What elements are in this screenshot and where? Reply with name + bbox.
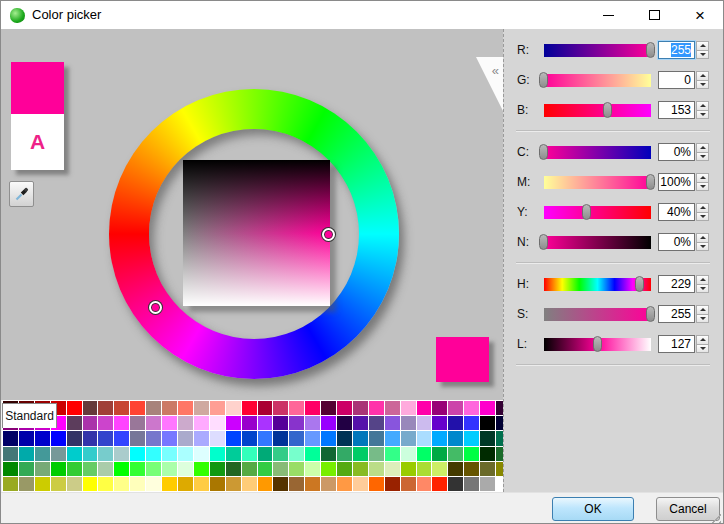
palette-swatch[interactable] <box>448 401 463 415</box>
palette-swatch[interactable] <box>83 431 98 445</box>
titlebar[interactable]: Color picker × <box>1 1 723 30</box>
collapse-panel-button[interactable]: « <box>476 57 504 113</box>
palette-swatch[interactable] <box>432 462 447 476</box>
palette-swatch[interactable] <box>289 477 304 491</box>
palette-swatch[interactable] <box>369 462 384 476</box>
palette-swatch[interactable] <box>417 416 432 430</box>
palette-swatch[interactable] <box>242 477 257 491</box>
hue-marker[interactable] <box>149 301 162 314</box>
palette-swatch[interactable] <box>417 401 432 415</box>
palette-swatch[interactable] <box>162 416 177 430</box>
palette-swatch[interactable] <box>385 431 400 445</box>
palette-swatch[interactable] <box>432 477 447 491</box>
magenta-spin-up-button[interactable] <box>696 173 709 183</box>
palette-swatch[interactable] <box>178 401 193 415</box>
palette-swatch[interactable] <box>480 477 495 491</box>
palette-swatch[interactable] <box>480 462 495 476</box>
palette-swatch[interactable] <box>67 447 82 461</box>
palette-swatch[interactable] <box>258 401 273 415</box>
palette-swatch[interactable] <box>432 401 447 415</box>
palette-swatch[interactable] <box>432 447 447 461</box>
palette-swatch[interactable] <box>194 477 209 491</box>
lightness-value-input[interactable]: 127 <box>658 335 695 353</box>
palette-swatch[interactable] <box>258 447 273 461</box>
palette-swatch[interactable] <box>273 401 288 415</box>
palette-swatch[interactable] <box>67 462 82 476</box>
palette-swatch[interactable] <box>321 401 336 415</box>
palette-swatch[interactable] <box>321 462 336 476</box>
palette-swatch[interactable] <box>83 447 98 461</box>
palette-swatch[interactable] <box>273 462 288 476</box>
saturation-slider-track[interactable] <box>544 308 651 321</box>
palette-swatch[interactable] <box>385 416 400 430</box>
black-value-input[interactable]: 0% <box>658 233 695 251</box>
palette-swatch[interactable] <box>162 477 177 491</box>
eyedropper-button[interactable] <box>9 181 34 207</box>
palette-swatch[interactable] <box>3 431 18 445</box>
lightness-slider-thumb[interactable] <box>593 336 602 352</box>
yellow-spin-down-button[interactable] <box>696 213 709 222</box>
palette-swatch[interactable] <box>353 447 368 461</box>
palette-swatch[interactable] <box>242 447 257 461</box>
saturation-value-input[interactable]: 255 <box>658 305 695 323</box>
yellow-slider-track[interactable] <box>544 206 651 219</box>
palette-swatch[interactable] <box>146 462 161 476</box>
magenta-slider-track[interactable] <box>544 176 651 189</box>
palette-swatch[interactable] <box>385 477 400 491</box>
lightness-spin-down-button[interactable] <box>696 345 709 354</box>
palette-swatch[interactable] <box>83 477 98 491</box>
palette-swatch[interactable] <box>98 477 113 491</box>
palette-swatch[interactable] <box>258 477 273 491</box>
palette-swatch[interactable] <box>83 462 98 476</box>
palette-swatch[interactable] <box>98 416 113 430</box>
palette-swatch[interactable] <box>114 401 129 415</box>
minimize-button[interactable] <box>585 1 631 29</box>
palette-swatch[interactable] <box>114 447 129 461</box>
hue-value-input[interactable]: 229 <box>658 275 695 293</box>
cyan-spin-down-button[interactable] <box>696 153 709 162</box>
palette-swatch[interactable] <box>130 447 145 461</box>
palette-swatch[interactable] <box>210 462 225 476</box>
saturation-spin-down-button[interactable] <box>696 315 709 324</box>
palette-swatch[interactable] <box>35 462 50 476</box>
palette-swatch[interactable] <box>353 416 368 430</box>
palette-swatch[interactable] <box>321 447 336 461</box>
palette-swatch[interactable] <box>210 401 225 415</box>
palette-swatch[interactable] <box>51 477 66 491</box>
red-spin-down-button[interactable] <box>696 51 709 60</box>
palette-swatch[interactable] <box>194 416 209 430</box>
green-slider-track[interactable] <box>544 74 651 87</box>
palette-swatch[interactable] <box>67 401 82 415</box>
palette-swatch[interactable] <box>480 431 495 445</box>
palette-swatch[interactable] <box>369 431 384 445</box>
yellow-spin-up-button[interactable] <box>696 203 709 213</box>
hue-slider-thumb[interactable] <box>635 276 644 292</box>
palette-swatch[interactable] <box>369 401 384 415</box>
palette-swatch[interactable] <box>114 416 129 430</box>
palette-swatch[interactable] <box>178 416 193 430</box>
palette-swatch[interactable] <box>35 447 50 461</box>
palette-swatch[interactable] <box>242 401 257 415</box>
palette-swatch[interactable] <box>369 477 384 491</box>
palette-swatch[interactable] <box>464 431 479 445</box>
palette-swatch[interactable] <box>242 462 257 476</box>
palette-swatch[interactable] <box>114 477 129 491</box>
palette-swatch[interactable] <box>401 416 416 430</box>
palette-swatch[interactable] <box>464 477 479 491</box>
palette-swatch[interactable] <box>273 431 288 445</box>
palette-swatch[interactable] <box>178 462 193 476</box>
palette-swatch[interactable] <box>432 416 447 430</box>
red-value-input[interactable]: 255 <box>658 41 695 59</box>
palette-swatch[interactable] <box>130 416 145 430</box>
palette-swatch[interactable] <box>289 431 304 445</box>
palette-swatch[interactable] <box>194 447 209 461</box>
palette-swatch[interactable] <box>162 431 177 445</box>
palette-swatch[interactable] <box>194 431 209 445</box>
palette-swatch[interactable] <box>226 447 241 461</box>
blue-spin-up-button[interactable] <box>696 101 709 111</box>
palette-swatch[interactable] <box>83 401 98 415</box>
lightness-slider-track[interactable] <box>544 338 651 351</box>
palette-swatch[interactable] <box>114 462 129 476</box>
palette-swatch[interactable] <box>67 431 82 445</box>
palette-swatch[interactable] <box>401 477 416 491</box>
